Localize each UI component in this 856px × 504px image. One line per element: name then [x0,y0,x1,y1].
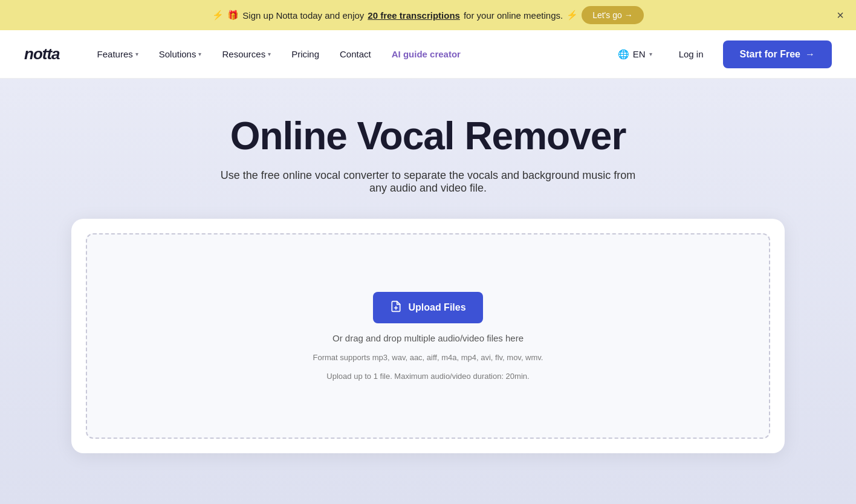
banner-cta-button[interactable]: Let's go → [582,6,644,24]
login-button[interactable]: Log in [669,44,713,64]
globe-icon: 🌐 [618,49,629,60]
start-arrow-icon: → [805,49,815,60]
banner-lightning-left-icon: ⚡ [212,10,224,21]
lang-chevron-icon: ▾ [649,51,652,57]
nav-contact[interactable]: Contact [331,44,380,64]
start-free-label: Start for Free [740,49,800,60]
main-content: Online Vocal Remover Use the free online… [0,79,856,504]
nav-resources[interactable]: Resources ▾ [213,44,279,64]
nav-right: 🌐 EN ▾ Log in Start for Free → [611,40,832,68]
nav-links: Features ▾ Solutions ▾ Resources ▾ Prici… [89,44,611,64]
contact-label: Contact [340,49,371,59]
features-chevron-icon: ▾ [135,51,138,57]
solutions-label: Solutions [159,49,196,59]
banner-gift-icon: 🎁 [227,10,239,21]
language-selector[interactable]: 🌐 EN ▾ [611,44,660,65]
page-title: Online Vocal Remover [230,115,626,157]
banner-close-button[interactable]: × [837,9,844,21]
nav-features[interactable]: Features ▾ [89,44,147,64]
ai-guide-label: AI guide creator [392,49,461,59]
page-subtitle: Use the free online vocal converter to s… [216,169,640,195]
upload-formats: Format supports mp3, wav, aac, aiff, m4a… [313,353,543,362]
announcement-banner: ⚡ 🎁 Sign up Notta today and enjoy 20 fre… [0,0,856,30]
language-label: EN [633,49,646,59]
nav-solutions[interactable]: Solutions ▾ [151,44,210,64]
nav-pricing[interactable]: Pricing [283,44,328,64]
start-free-button[interactable]: Start for Free → [723,40,832,68]
banner-link[interactable]: 20 free transcriptions [368,10,460,21]
navigation-bar: notta Features ▾ Solutions ▾ Resources ▾… [0,30,856,79]
upload-files-button[interactable]: Upload Files [373,292,482,323]
upload-file-icon [390,300,402,315]
pricing-label: Pricing [291,49,319,59]
upload-dropzone[interactable]: Upload Files Or drag and drop multiple a… [86,233,770,439]
nav-ai-guide[interactable]: AI guide creator [383,44,469,64]
upload-limit: Upload up to 1 file. Maximum audio/video… [326,372,529,381]
resources-chevron-icon: ▾ [268,51,271,57]
features-label: Features [97,49,133,59]
upload-drag-text: Or drag and drop multiple audio/video fi… [332,333,524,343]
logo[interactable]: notta [24,45,60,63]
banner-suffix: for your online meetings. [464,10,563,21]
banner-text-content: ⚡ 🎁 Sign up Notta today and enjoy 20 fre… [212,6,643,24]
upload-btn-label: Upload Files [408,302,465,313]
upload-card: Upload Files Or drag and drop multiple a… [71,219,785,453]
banner-prefix: Sign up Notta today and enjoy [242,10,364,21]
solutions-chevron-icon: ▾ [198,51,201,57]
banner-lightning-right-icon: ⚡ [566,10,578,21]
resources-label: Resources [222,49,265,59]
